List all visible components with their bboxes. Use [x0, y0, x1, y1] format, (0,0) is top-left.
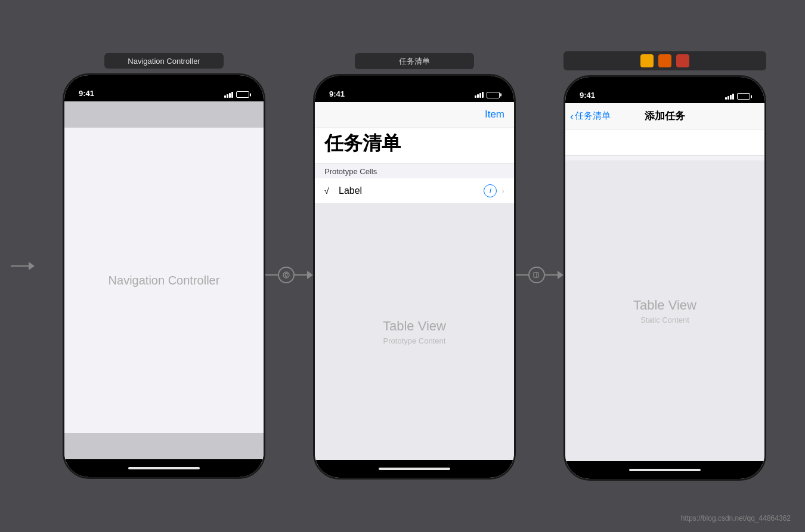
phone2-status-bar: 9:41: [315, 76, 514, 102]
connector2-circle: [528, 267, 545, 283]
main-canvas: Navigation Controller 9:41: [0, 0, 805, 532]
phone3-home: [565, 461, 764, 479]
icon-red: [676, 54, 689, 67]
connector1-line-left: [265, 274, 278, 276]
phone1-bottom-bar: [64, 433, 264, 459]
phone2-large-title: 任务清单: [324, 131, 504, 157]
phone3-separator: [565, 156, 764, 160]
phone1-status-bar: 9:41: [64, 75, 264, 101]
footer-url: https://blog.csdn.net/qq_44864362: [681, 514, 791, 522]
phone1-signal: [224, 92, 233, 98]
phone3-signal: [725, 94, 734, 100]
connector2-line-right: [545, 274, 558, 276]
phone1-home-bar: [128, 467, 200, 469]
phone1-wrapper: Navigation Controller 9:41: [63, 53, 265, 479]
signal-bar-4: [482, 92, 484, 98]
phone3-wrapper: 9:41 ‹ 任务清单 添加任务: [564, 51, 766, 481]
phone3-battery: [737, 93, 750, 100]
connector1-arrow: [307, 271, 313, 279]
connector2-icon: [532, 271, 541, 279]
phone2-signal: [475, 92, 484, 98]
connector2: [516, 267, 564, 283]
phone2-status-icons: [475, 92, 500, 98]
phone1-body-text: Navigation Controller: [109, 274, 220, 287]
phone2-home: [315, 460, 514, 478]
phone3-time: 9:41: [580, 91, 595, 100]
connector2-line-left: [516, 274, 528, 276]
phone2-label: 任务清单: [399, 57, 430, 66]
cell-label: Label: [339, 185, 484, 196]
signal-bar-3: [229, 93, 231, 98]
phone3-nav-title: 添加任务: [645, 109, 685, 123]
phone3-tv-title: Table View: [633, 298, 696, 313]
phone2-large-title-bar: 任务清单: [315, 128, 514, 163]
checkmark: √: [324, 186, 334, 196]
phone2-nav-right: Item: [485, 109, 504, 120]
signal-bar-1: [725, 97, 727, 100]
phone3-back-button[interactable]: ‹ 任务清单: [570, 110, 611, 122]
phone2-section-header: Prototype Cells: [315, 163, 514, 178]
phone2-home-bar: [379, 468, 450, 470]
phone1-battery: [236, 91, 249, 98]
connector2-arrow: [558, 271, 564, 279]
phone2-label-bar: 任务清单: [355, 53, 474, 69]
phone3-status-icons: [725, 93, 750, 100]
phone3-label-bar: [564, 51, 766, 70]
left-arrow: [11, 262, 35, 270]
phone2-time: 9:41: [329, 89, 345, 98]
phone1-status-icons: [224, 91, 249, 98]
phone1-body: Navigation Controller: [64, 128, 264, 433]
phone2-tv-sub: Prototype Content: [383, 336, 446, 345]
signal-bar-4: [732, 94, 734, 100]
phone3-notch: [626, 77, 704, 94]
phone3-table-view: Table View Static Content: [565, 160, 764, 461]
signal-bar-2: [727, 96, 729, 100]
phone1-notch: [125, 75, 203, 92]
signal-bar-2: [227, 94, 228, 98]
signal-bar-3: [479, 93, 481, 98]
phone3-tv-sub: Static Content: [640, 316, 689, 324]
icon-yellow: [640, 54, 654, 67]
info-button[interactable]: i: [484, 184, 497, 197]
icon-orange: [658, 54, 671, 67]
phone1-nav-bar-placeholder: [64, 101, 264, 128]
connector1: [265, 267, 313, 283]
phone2-wrapper: 任务清单 9:41 Item: [313, 53, 516, 480]
phone2-tv-title: Table View: [383, 318, 446, 334]
phone1-home: [64, 459, 264, 477]
signal-bar-1: [224, 95, 226, 98]
phone1-time: 9:41: [79, 89, 94, 98]
phone2: 9:41 Item 任务清单 Prot: [313, 74, 516, 480]
signal-bar-3: [730, 95, 732, 100]
row-chevron: ›: [501, 186, 504, 196]
signal-bar-1: [475, 95, 476, 98]
signal-bar-2: [477, 94, 479, 98]
phone1-label-bar: Navigation Controller: [104, 53, 224, 69]
phone2-nav-bar: Item: [315, 102, 514, 128]
phone3-nav-bar: ‹ 任务清单 添加任务: [565, 103, 764, 129]
phone2-notch: [376, 76, 453, 92]
phone1-label: Navigation Controller: [128, 57, 200, 66]
phone2-table-view: Table View Prototype Content: [315, 204, 514, 460]
svg-rect-1: [534, 273, 538, 277]
connector1-circle: [278, 267, 295, 283]
back-label: 任务清单: [575, 110, 611, 122]
back-chevron: ‹: [570, 111, 574, 122]
phone2-battery: [487, 92, 500, 98]
connector1-icon: [282, 271, 290, 279]
phone1: 9:41 Navigation Controller: [63, 73, 265, 479]
phone2-table-row: √ Label i ›: [315, 178, 514, 204]
phone3-home-bar: [629, 469, 701, 471]
phone3-status-bar: 9:41: [565, 77, 764, 103]
phone3-input-row[interactable]: [565, 129, 764, 156]
phone3: 9:41 ‹ 任务清单 添加任务: [564, 75, 766, 481]
signal-bar-4: [231, 92, 233, 98]
connector1-line-right: [295, 274, 307, 276]
